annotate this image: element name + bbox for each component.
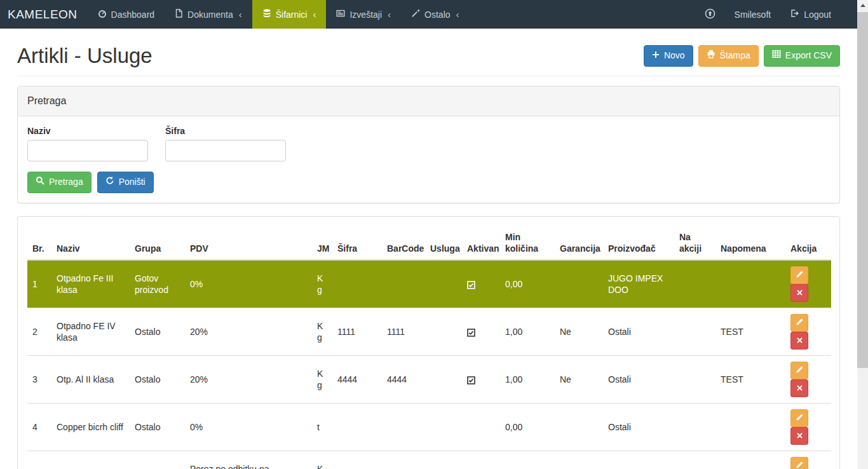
table-header-row: Br. Naziv Grupa PDV JM Šifra BarCode Usl… [27,226,831,260]
scrollbar-thumb[interactable] [857,12,868,368]
new-button[interactable]: Novo [644,45,693,67]
naziv-input[interactable] [27,140,148,161]
cell-br: 1 [27,260,51,308]
cell-akcija [785,404,831,451]
cell-barcode [382,451,425,469]
cell-grupa: Ostalo [130,404,185,451]
edit-row-button[interactable] [790,266,808,284]
chevron-left-icon: ‹ [313,9,316,20]
nav-item-label: Izveštaji [349,10,382,20]
col-header-barcode: BarCode [382,226,425,260]
cell-pdv: 0% [185,404,312,451]
user-link[interactable]: Smilesoft [725,0,781,29]
cell-grupa: Ostalo [130,356,185,404]
main-menu: Dashboard Dokumenta ‹ Šifarnici ‹ Izvešt… [88,0,470,29]
cell-garancija: Ne [555,308,603,356]
new-button-label: Novo [664,50,685,62]
cell-akcija [785,260,831,308]
nav-item-dokumenta[interactable]: Dokumenta ‹ [165,0,252,29]
page-title: Artikli - Usluge [17,44,153,68]
search-icon [36,176,44,189]
cell-aktivan [462,356,500,404]
vertical-scrollbar[interactable] [857,0,868,469]
cell-jm: t [312,404,332,451]
export-csv-button-label: Export CSV [785,50,832,62]
brand-logo[interactable]: KAMELEON [0,0,88,29]
sifra-input[interactable] [165,140,286,161]
export-csv-button[interactable]: Export CSV [764,45,840,67]
delete-row-button[interactable] [790,379,808,397]
aktivan-checkbox-icon [467,327,475,337]
print-button-label: Štampa [720,50,750,62]
cell-pdv: Porez po odbitku na sekundarne sirovine [185,451,312,469]
cell-napomena [715,260,785,308]
cell-akcija [785,308,831,356]
nav-item-sifarnici[interactable]: Šifarnici ‹ [252,0,327,29]
table-row: 4 Copper bicrh cliff Ostalo 0% t 0,00 Os… [27,404,831,451]
cell-na-akciji [674,260,715,308]
cell-aktivan [462,308,500,356]
cell-garancija [555,260,603,308]
col-header-akcija: Akcija [785,226,831,260]
logout-button[interactable]: Logout [780,0,841,29]
edit-row-button[interactable] [790,314,808,332]
search-button[interactable]: Pretraga [27,172,92,193]
cell-min-kolicina: 0,00 [500,451,555,469]
cell-sifra [332,260,382,308]
pencil-icon [796,460,804,469]
cell-usluga [425,451,462,469]
search-panel: Pretraga Naziv Šifra Pretraga [17,86,840,203]
magic-wand-icon [411,9,420,20]
table-row: 3 Otp. Al II klasa Ostalo 20% Kg 4444 44… [27,356,831,404]
delete-row-button[interactable] [790,332,808,350]
cell-aktivan [462,404,500,451]
content-area: Artikli - Usluge Novo Štampa Export CSV … [0,44,857,469]
cell-naziv: Otp. Al II klasa [51,356,130,404]
cell-proizvodjac: JUGO IMPEX DOO [603,260,674,308]
col-header-na-akciji: Na akciji [674,226,715,260]
col-header-jm: JM [312,226,332,260]
cell-usluga [425,260,462,308]
report-icon [336,9,345,20]
delete-row-button[interactable] [790,284,808,302]
page-header: Artikli - Usluge Novo Štampa Export CSV [17,44,840,76]
pencil-icon [796,365,804,376]
cell-grupa: Ostalo [130,451,185,469]
page: KAMELEON Dashboard Dokumenta ‹ Šifarnici… [0,0,857,469]
cell-jm: Kg [312,308,332,356]
cell-barcode [382,404,425,451]
nav-item-dashboard[interactable]: Dashboard [88,0,165,29]
cell-pdv: 20% [185,308,312,356]
nav-item-izvestaji[interactable]: Izveštaji ‹ [326,0,401,29]
cell-pdv: 0% [185,260,312,308]
reset-button[interactable]: Poništi [97,172,154,193]
edit-row-button[interactable] [790,409,808,427]
cell-sifra [332,404,382,451]
table-row: 5 Otp. Al UBC Ostalo Porez po odbitku na… [27,451,831,469]
cell-proizvodjac: Ostali [603,308,674,356]
table-row: 1 Otpadno Fe III klasa Gotov proizvod 0%… [27,260,831,308]
cell-naziv: Otpadno FE IV klasa [51,308,130,356]
database-icon [262,9,271,20]
cell-napomena: TEST [715,308,785,356]
delete-row-button[interactable] [790,427,808,445]
cell-jm: Kg [312,260,332,308]
cell-na-akciji [674,356,715,404]
scrollbar-up-button[interactable] [857,0,868,11]
cell-grupa: Gotov proizvod [130,260,185,308]
reset-button-label: Poništi [119,176,146,189]
x-icon [796,287,803,299]
cell-usluga [425,308,462,356]
col-header-proizvodjac: Proizvođač [603,226,674,260]
arrow-circle-up-button[interactable] [695,0,725,29]
cell-sifra [332,451,382,469]
logout-label: Logout [804,10,831,20]
col-header-min-kolicina: Min količina [500,226,555,260]
edit-row-button[interactable] [790,362,808,379]
print-button[interactable]: Štampa [698,45,759,67]
edit-row-button[interactable] [790,457,808,469]
col-header-usluga: Usluga [425,226,462,260]
cell-min-kolicina: 0,00 [500,260,555,308]
cell-naziv: Otp. Al UBC [51,451,130,469]
nav-item-ostalo[interactable]: Ostalo ‹ [401,0,469,29]
